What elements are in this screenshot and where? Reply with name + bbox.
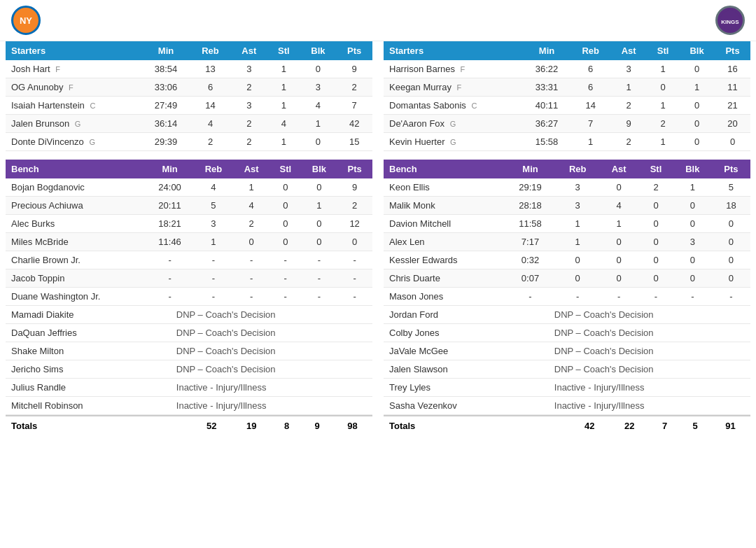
home-dnp-table: Jordan Ford DNP – Coach's Decision Colby… <box>384 306 750 415</box>
home-starters-col-stl: Stl <box>647 41 679 60</box>
player-min: 33:06 <box>141 78 190 97</box>
player-stl: - <box>638 288 673 306</box>
player-pts: 0 <box>712 251 750 269</box>
player-min: 11:46 <box>146 233 194 251</box>
home-totals-min <box>549 416 570 435</box>
table-row: Harrison Barnes F 36:22 6 3 1 0 16 <box>384 60 750 78</box>
player-min: 36:22 <box>523 60 570 78</box>
player-name: Julius Randle <box>6 379 171 397</box>
home-team-header: KINGS <box>378 6 745 35</box>
player-ast: 2 <box>230 78 267 97</box>
player-ast: 0 <box>233 233 270 251</box>
player-min: 18:21 <box>146 215 194 233</box>
player-blk: 1 <box>300 115 337 133</box>
away-totals-row: Totals 52 19 8 9 98 <box>6 416 372 435</box>
player-min: 36:27 <box>523 115 570 133</box>
kings-logo: KINGS <box>715 6 745 35</box>
player-reb: 0 <box>556 251 599 269</box>
player-stl: 0 <box>638 215 673 233</box>
player-pts: 18 <box>712 197 750 215</box>
player-reb: 3 <box>556 178 599 197</box>
player-blk: 3 <box>673 233 712 251</box>
dnp-row: Trey Lyles Inactive - Injury/Illness <box>384 379 750 397</box>
player-name: Colby Jones <box>384 324 549 342</box>
player-status: DNP – Coach's Decision <box>549 306 750 324</box>
player-reb: 3 <box>194 215 234 233</box>
player-stl: - <box>270 251 302 269</box>
player-stl: 2 <box>647 115 679 133</box>
table-row: Malik Monk 28:18 3 4 0 0 18 <box>384 197 750 215</box>
home-bench-col-ast: Ast <box>599 160 638 178</box>
player-pos: F <box>457 83 462 92</box>
player-reb: - <box>194 269 234 288</box>
player-name: Mason Jones <box>384 288 505 306</box>
away-team-section: Starters Min Reb Ast Stl Blk Pts Josh Ha… <box>6 41 372 435</box>
player-blk: 0 <box>679 60 715 78</box>
table-row: Jacob Toppin - - - - - - <box>6 269 372 288</box>
player-min: - <box>146 269 194 288</box>
table-row: Domantas Sabonis C 40:11 14 2 1 0 21 <box>384 97 750 115</box>
player-name: Donte DiVincenzo G <box>6 133 141 151</box>
home-totals-ast: 22 <box>610 416 650 435</box>
home-bench-col-reb: Reb <box>556 160 599 178</box>
home-bench-col-min: Min <box>505 160 556 178</box>
player-name: Duane Washington Jr. <box>6 288 146 306</box>
player-ast: 4 <box>233 197 270 215</box>
away-totals-ast: 19 <box>232 416 272 435</box>
away-bench-col-stl: Stl <box>270 160 302 178</box>
player-name: Davion Mitchell <box>384 215 505 233</box>
player-status: DNP – Coach's Decision <box>171 324 372 342</box>
player-min: 40:11 <box>523 97 570 115</box>
player-name: Isaiah Hartenstein C <box>6 97 141 115</box>
player-ast: - <box>233 288 270 306</box>
player-status: DNP – Coach's Decision <box>171 360 372 379</box>
player-blk: 0 <box>673 269 712 288</box>
player-reb: - <box>556 288 599 306</box>
main-content: Starters Min Reb Ast Stl Blk Pts Josh Ha… <box>0 41 756 435</box>
player-pos: G <box>89 138 95 146</box>
player-reb: 5 <box>194 197 234 215</box>
player-stl: 2 <box>638 178 673 197</box>
player-status: Inactive - Injury/Illness <box>171 379 372 397</box>
player-ast: 0 <box>599 178 638 197</box>
player-ast: 4 <box>599 197 638 215</box>
player-name: Kevin Huerter G <box>384 133 523 151</box>
player-ast: 0 <box>599 269 638 288</box>
away-bench-col-min: Min <box>146 160 194 178</box>
player-stl: 0 <box>270 178 302 197</box>
player-pts: - <box>712 288 750 306</box>
away-totals-table: Totals 52 19 8 9 98 <box>6 415 372 435</box>
player-name: Keegan Murray F <box>384 78 523 97</box>
player-stl: 0 <box>647 78 679 97</box>
away-starters-header: Starters Min Reb Ast Stl Blk Pts <box>6 41 372 60</box>
player-stl: - <box>270 269 302 288</box>
player-min: 20:11 <box>146 197 194 215</box>
player-stl: 1 <box>647 97 679 115</box>
player-name: Chris Duarte <box>384 269 505 288</box>
home-bench-col-stl: Stl <box>638 160 673 178</box>
player-status: Inactive - Injury/Illness <box>549 397 750 415</box>
table-row: Donte DiVincenzo G 29:39 2 2 1 0 15 <box>6 133 372 151</box>
dnp-row: Mitchell Robinson Inactive - Injury/Illn… <box>6 397 372 415</box>
away-bench-table: Bench Min Reb Ast Stl Blk Pts Bojan Bogd… <box>6 160 372 306</box>
player-reb: 1 <box>556 215 599 233</box>
away-bench-col-pts: Pts <box>337 160 372 178</box>
table-row: Isaiah Hartenstein C 27:49 14 3 1 4 7 <box>6 97 372 115</box>
player-pts: 7 <box>336 97 372 115</box>
player-name: Alex Len <box>384 233 505 251</box>
player-blk: 0 <box>673 251 712 269</box>
player-reb: 3 <box>556 197 599 215</box>
player-blk: - <box>302 269 337 288</box>
player-pos: F <box>69 83 74 92</box>
player-ast: 2 <box>610 97 647 115</box>
player-name: Mamadi Diakite <box>6 306 171 324</box>
dnp-row: Colby Jones DNP – Coach's Decision <box>384 324 750 342</box>
player-pts: - <box>337 251 372 269</box>
player-pos: F <box>55 65 60 73</box>
player-pts: 0 <box>712 269 750 288</box>
player-name: Precious Achiuwa <box>6 197 146 215</box>
player-pts: 0 <box>337 233 372 251</box>
dnp-row: DaQuan Jeffries DNP – Coach's Decision <box>6 324 372 342</box>
player-blk: 1 <box>302 197 337 215</box>
away-starters-col-reb: Reb <box>190 41 231 60</box>
